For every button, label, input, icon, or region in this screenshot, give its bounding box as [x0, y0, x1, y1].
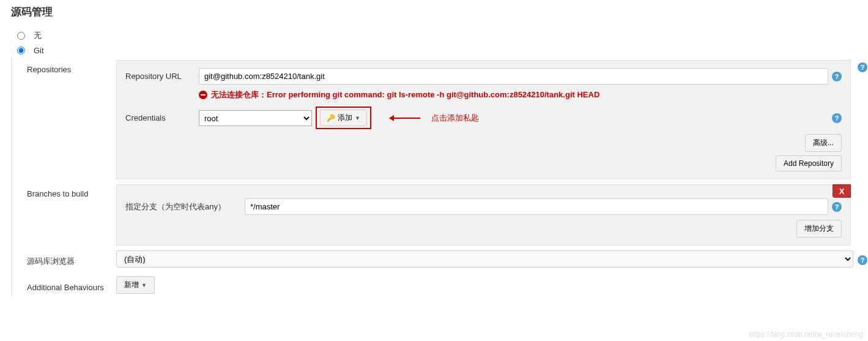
scm-git-label: Git	[34, 46, 44, 55]
branch-specifier-label: 指定分支（为空时代表any）	[125, 201, 245, 212]
repo-url-label: Repository URL	[125, 72, 199, 81]
help-icon[interactable]: ?	[832, 72, 842, 81]
help-icon[interactable]: ?	[858, 62, 867, 72]
repo-url-input[interactable]	[199, 68, 828, 84]
add-behaviour-button[interactable]: 新增 ▼	[116, 276, 155, 294]
add-credentials-button[interactable]: 🔑 添加 ▼	[320, 110, 367, 126]
section-title: 源码管理	[0, 0, 868, 28]
browser-select[interactable]: (自动)	[116, 250, 853, 268]
help-icon[interactable]: ?	[858, 255, 867, 265]
annotation-arrow	[390, 118, 420, 119]
dropdown-caret-icon: ▼	[355, 115, 360, 121]
scm-none-radio[interactable]	[17, 32, 25, 40]
advanced-button[interactable]: 高级...	[805, 134, 842, 152]
branches-label: Branches to build	[12, 184, 116, 198]
branch-specifier-input[interactable]	[245, 198, 828, 215]
add-branch-button[interactable]: 增加分支	[796, 220, 842, 238]
annotation-highlight-box: 🔑 添加 ▼	[316, 107, 371, 129]
credentials-select[interactable]: root	[199, 110, 312, 126]
delete-branch-button[interactable]: X	[833, 184, 851, 198]
scm-none-label: 无	[34, 30, 42, 41]
behaviours-label: Additional Behaviours	[12, 278, 116, 292]
error-icon	[199, 91, 207, 99]
dropdown-caret-icon: ▼	[141, 282, 147, 288]
annotation-text: 点击添加私匙	[431, 113, 479, 124]
browser-label: 源码库浏览器	[12, 251, 116, 267]
repo-error-message: 无法连接仓库：Error performing git command: git…	[199, 89, 842, 100]
key-icon: 🔑	[327, 114, 335, 122]
add-repository-button[interactable]: Add Repository	[776, 156, 842, 171]
branches-panel: X 指定分支（为空时代表any） ? 增加分支	[116, 184, 851, 245]
credentials-label: Credentials	[125, 113, 199, 122]
repositories-panel: Repository URL ? 无法连接仓库：Error performing…	[116, 60, 851, 179]
help-icon[interactable]: ?	[832, 202, 842, 212]
scm-git-radio[interactable]	[17, 47, 25, 54]
repositories-label: Repositories	[12, 60, 116, 74]
help-icon[interactable]: ?	[832, 113, 842, 123]
